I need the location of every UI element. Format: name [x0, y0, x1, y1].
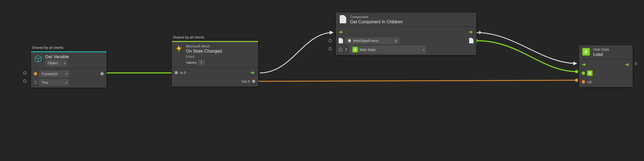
output-port-out0[interactable]	[252, 80, 255, 83]
object-icon	[34, 80, 37, 85]
type-port[interactable]	[339, 48, 342, 51]
node-category: Component	[350, 15, 403, 19]
flow-out-icon[interactable]	[469, 30, 473, 34]
external-port[interactable]	[329, 47, 332, 50]
variable-dropdown[interactable]: CurrentUrl	[39, 71, 69, 77]
document-icon	[469, 38, 473, 43]
node-title: Load	[593, 52, 609, 57]
target-object-field[interactable]: This	[39, 79, 69, 86]
node-header: Component Get Component In Children	[336, 13, 476, 27]
node-on-state-changed[interactable]: Microsoft Mesh On State Changed Event Va…	[172, 41, 258, 87]
node-header: Microsoft Mesh On State Changed Event Va…	[172, 42, 258, 67]
values-count-input[interactable]	[198, 60, 205, 65]
unity-logo-icon	[348, 39, 351, 43]
node-title: On State Changed	[186, 49, 222, 54]
event-label: Event	[186, 55, 222, 59]
node-header: Get Variable Object	[31, 52, 106, 69]
svg-point-3	[575, 70, 578, 73]
hash-icon: #	[352, 47, 358, 52]
document-icon	[339, 38, 343, 43]
output-port[interactable]	[34, 72, 37, 75]
flow-connector-icon	[635, 62, 638, 66]
node-title: Get Variable	[45, 54, 69, 59]
svg-point-5	[575, 79, 578, 82]
type-param-label: T	[345, 48, 347, 52]
node-subtitle: Shared by all clients	[32, 46, 63, 50]
target-port[interactable]	[582, 72, 585, 75]
type-dropdown[interactable]: # Web Slate	[350, 46, 426, 53]
document-icon	[339, 15, 347, 24]
node-category: Microsoft Mesh	[186, 44, 222, 48]
gameobject-field[interactable]: WebSlateFrame ⊙	[345, 38, 399, 44]
values-label: Values	[186, 60, 197, 65]
flow-out-icon[interactable]	[625, 63, 630, 66]
hash-icon: #	[582, 47, 590, 56]
value-port[interactable]	[100, 72, 104, 75]
port-label: Out 0	[241, 79, 250, 83]
flow-out-icon[interactable]	[250, 71, 255, 75]
port-label: Url	[587, 80, 592, 84]
external-port[interactable]	[23, 71, 27, 75]
node-get-variable[interactable]: Get Variable Object CurrentUrl This	[31, 51, 107, 88]
external-port[interactable]	[23, 79, 27, 83]
flow-connector-icon	[479, 31, 482, 34]
flow-in-icon[interactable]	[339, 30, 344, 34]
input-port-in0[interactable]	[175, 71, 178, 74]
cube-outline-icon	[34, 54, 43, 63]
node-category: Web Slate	[593, 47, 609, 51]
node-get-component-in-children[interactable]: Component Get Component In Children WebS…	[336, 12, 476, 55]
url-port[interactable]	[582, 80, 585, 83]
flow-in-icon[interactable]	[582, 63, 587, 66]
node-title: Get Component In Children	[350, 20, 403, 24]
lightning-icon	[175, 44, 183, 53]
kind-dropdown[interactable]: Object	[45, 60, 67, 66]
node-web-slate-load[interactable]: # Web Slate Load # Url	[579, 45, 633, 87]
node-header: # Web Slate Load	[579, 45, 633, 59]
hash-icon: #	[587, 70, 593, 76]
port-label: In 0	[180, 71, 186, 75]
external-port[interactable]	[329, 39, 332, 42]
node-subtitle: Shared by all clients	[173, 35, 204, 39]
